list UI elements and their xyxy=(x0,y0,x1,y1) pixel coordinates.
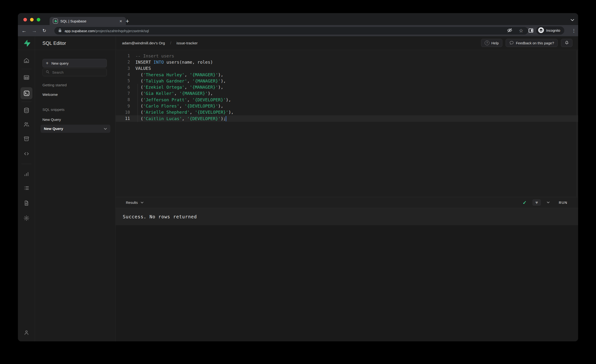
address-bar[interactable]: app.supabase.com/project/azahtnhqohyjerz… xyxy=(54,27,528,35)
breadcrumb-org[interactable]: adam@windmill.dev's Org xyxy=(122,41,165,45)
rail-storage-icon[interactable] xyxy=(18,133,35,145)
help-label: Help xyxy=(491,41,499,45)
code-line[interactable]: 3VALUES xyxy=(116,65,578,72)
results-dropdown[interactable]: Results xyxy=(126,197,143,208)
incognito-icon xyxy=(538,27,544,34)
rail-database-icon[interactable] xyxy=(18,104,35,116)
feedback-label: Feedback on this page? xyxy=(516,41,554,45)
breadcrumb-separator: / xyxy=(170,41,171,45)
code-line[interactable]: 5 ('Taliyah Gardner', '{MANAGER}'), xyxy=(116,78,578,84)
help-icon: ? xyxy=(485,41,489,45)
snippet-search[interactable] xyxy=(42,68,107,76)
url-path: /project/azahtnhqohyjerzaxtmk/sql xyxy=(95,29,149,33)
code-line[interactable]: 6 ('Ezekiel Ortega', '{MANAGER}'), xyxy=(116,84,578,90)
browser-menu-icon[interactable]: ⋮ xyxy=(571,25,577,36)
rail-reports-icon[interactable] xyxy=(18,168,35,180)
app-header: SQL Editor adam@windmill.dev's Org / iss… xyxy=(18,36,578,50)
breadcrumb-project[interactable]: issue-tracker xyxy=(176,41,198,45)
code-line[interactable]: 10 ('Arielle Shepherd', '{DEVELOPER}'), xyxy=(116,109,578,115)
line-number: 6 xyxy=(116,85,135,90)
browser-toolbar: ← → ↻ app.supabase.com/project/azahtnhqo… xyxy=(18,25,578,36)
success-message: Success. No rows returned xyxy=(123,214,197,219)
reload-button[interactable]: ↻ xyxy=(40,25,48,36)
search-input[interactable] xyxy=(52,70,104,74)
run-options-chevron-icon[interactable] xyxy=(547,201,550,204)
success-check-icon: ✓ xyxy=(522,200,527,206)
incognito-label: Incognito xyxy=(546,29,560,32)
window-minimize-button[interactable] xyxy=(30,18,34,22)
sidebar-item-new-query[interactable]: New Query xyxy=(42,118,61,122)
rail-authentication-icon[interactable] xyxy=(18,119,35,130)
chevron-down-icon xyxy=(104,128,107,130)
code-line[interactable]: 1-- Insert users xyxy=(116,53,578,59)
rail-profile-icon[interactable] xyxy=(18,327,35,339)
code-line[interactable]: 8 ('Jefferson Pratt', '{DEVELOPER}'), xyxy=(116,97,578,103)
supabase-logo[interactable] xyxy=(18,36,35,50)
rail-table-editor-icon[interactable] xyxy=(18,72,35,83)
code-line[interactable]: 9 ('Carlo Flores', '{DEVELOPER}'), xyxy=(116,103,578,109)
results-empty-area xyxy=(116,225,578,341)
rail-settings-icon[interactable] xyxy=(18,212,35,224)
rail-api-docs-icon[interactable] xyxy=(18,197,35,209)
favorite-button[interactable]: ♥ xyxy=(532,199,541,206)
line-number: 2 xyxy=(116,59,135,64)
chat-bubble-icon xyxy=(509,40,514,46)
tab-search-chevron-icon[interactable] xyxy=(571,18,574,22)
line-number: 8 xyxy=(116,97,135,102)
line-number: 7 xyxy=(116,91,135,96)
sidebar-item-new-query-selected[interactable]: New Query xyxy=(41,125,110,133)
window-close-button[interactable] xyxy=(23,18,27,22)
rail-divider xyxy=(22,102,31,102)
code-text: ('Ezekiel Ortega', '{MANAGER}'), xyxy=(135,85,224,90)
bell-icon xyxy=(564,40,569,46)
supabase-app: SQL Editor adam@windmill.dev's Org / iss… xyxy=(18,36,578,341)
forward-button[interactable]: → xyxy=(30,25,38,36)
line-number: 10 xyxy=(116,110,135,115)
back-button[interactable]: ← xyxy=(20,25,28,36)
rail-divider xyxy=(22,164,31,164)
editor-scrollbar[interactable] xyxy=(577,51,577,196)
code-editor[interactable]: 1-- Insert users2INSERT INTO users(name,… xyxy=(116,50,578,197)
snippets-sidebar: + New query Getting started Welcome SQL … xyxy=(35,50,116,341)
run-button[interactable]: RUN xyxy=(559,201,567,205)
window-zoom-button[interactable] xyxy=(37,18,40,22)
line-number: 4 xyxy=(116,72,135,77)
new-query-button[interactable]: + New query xyxy=(42,59,107,67)
url-host: app.supabase.com xyxy=(65,29,95,33)
bookmark-star-icon[interactable]: ☆ xyxy=(519,28,523,34)
section-sql-snippets: SQL snippets xyxy=(42,108,64,112)
sidebar-item-welcome[interactable]: Welcome xyxy=(42,92,58,97)
code-line[interactable]: 2INSERT INTO users(name, roles) xyxy=(116,59,578,65)
browser-tab[interactable]: SQL | Supabase × xyxy=(50,17,126,25)
notifications-button[interactable] xyxy=(561,39,572,47)
incognito-badge: Incognito xyxy=(536,26,564,35)
plus-icon: + xyxy=(46,61,49,66)
side-panel-icon[interactable] xyxy=(528,28,534,34)
code-line[interactable]: 11 ('Caitlin Lucas', '{DEVELOPER}'); xyxy=(116,115,578,122)
text-cursor xyxy=(226,116,226,121)
rail-home-icon[interactable] xyxy=(18,55,35,67)
line-number: 9 xyxy=(116,104,135,108)
code-text: INSERT INTO users(name, roles) xyxy=(135,59,213,65)
code-text: ('Theresa Hurley', '{MANAGER}'), xyxy=(135,72,224,77)
line-number: 1 xyxy=(116,53,135,58)
rail-sql-editor-icon[interactable] xyxy=(21,87,32,99)
chevron-down-icon xyxy=(141,202,143,204)
rail-edge-functions-icon[interactable] xyxy=(18,148,35,160)
code-text: VALUES xyxy=(135,66,151,71)
help-button[interactable]: ? Help xyxy=(481,39,502,47)
rail-logs-icon[interactable] xyxy=(18,182,35,194)
code-line[interactable]: 7 ('Gia Keller', '{MANAGER}'), xyxy=(116,90,578,97)
tab-close-icon[interactable]: × xyxy=(119,19,123,23)
new-tab-button[interactable]: + xyxy=(126,18,129,24)
line-number: 11 xyxy=(116,116,135,121)
code-text: ('Carlo Flores', '{DEVELOPER}'), xyxy=(135,104,224,108)
results-bar: Results ✓ ♥ RUN xyxy=(116,197,578,208)
lock-icon xyxy=(58,28,62,33)
code-line[interactable]: 4 ('Theresa Hurley', '{MANAGER}'), xyxy=(116,72,578,78)
code-lines: 1-- Insert users2INSERT INTO users(name,… xyxy=(116,53,578,122)
code-text: ('Taliyah Gardner', '{MANAGER}'), xyxy=(135,78,226,83)
browser-window: SQL | Supabase × + ← → ↻ app.supabase.co… xyxy=(18,13,578,341)
privacy-eye-off-icon[interactable] xyxy=(507,27,513,34)
feedback-button[interactable]: Feedback on this page? xyxy=(506,39,558,47)
